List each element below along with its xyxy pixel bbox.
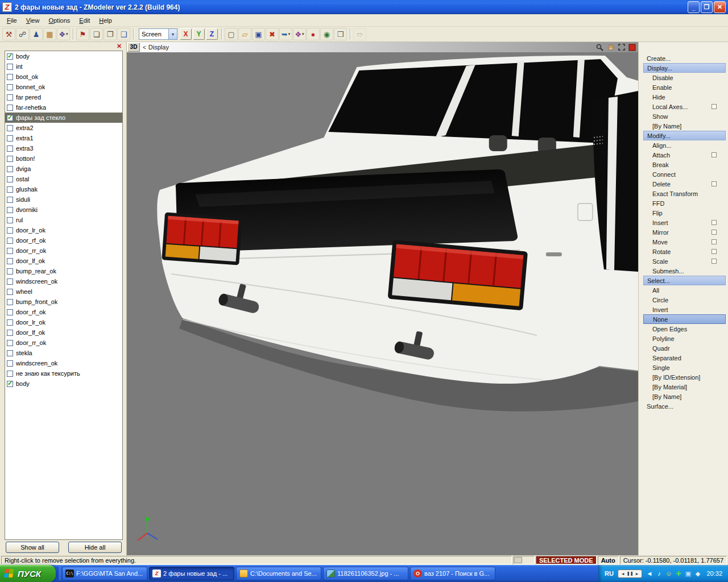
object-visibility-checkbox[interactable] [7, 238, 13, 244]
manipulator-icon[interactable]: ♟ ▾ [30, 28, 43, 40]
language-indicator[interactable]: RU [605, 570, 614, 577]
object-visibility-checkbox[interactable] [7, 258, 13, 264]
object-visibility-checkbox[interactable] [7, 125, 13, 131]
taskbar-task[interactable]: C:\Documents and Se... [236, 567, 321, 580]
clock[interactable]: 20:32 [706, 570, 722, 577]
delete-icon[interactable]: ✖ ▾ [266, 28, 279, 40]
command-item[interactable]: Attach [643, 150, 726, 160]
axis-z-button[interactable]: Z [206, 28, 218, 40]
player-pause-button[interactable]: ❚❚ [627, 571, 634, 576]
antivirus-icon[interactable]: ✚ [674, 569, 682, 578]
menu-item[interactable]: File [2, 15, 22, 26]
axis-y-button[interactable]: Y [193, 28, 205, 40]
slider-thumb[interactable] [514, 557, 522, 563]
close-button[interactable]: ✕ [714, 1, 726, 13]
taskbar-task[interactable]: F:\GGG\MTA San And... [62, 567, 147, 580]
command-item[interactable]: Single [643, 363, 726, 372]
object-visibility-checkbox[interactable] [7, 381, 13, 387]
taskbar-task[interactable]: 2 фары новые зад - ... [149, 567, 234, 580]
object-list-item[interactable]: windscreen_ok [5, 276, 122, 286]
object-visibility-checkbox[interactable] [7, 268, 13, 275]
command-item[interactable]: Polyline [643, 334, 726, 343]
object-visibility-checkbox[interactable] [7, 227, 13, 234]
object-list-item[interactable]: не знаю как тексурить [5, 368, 122, 379]
object-visibility-checkbox[interactable] [7, 146, 13, 152]
object-list-item[interactable]: far-rehetka [5, 102, 122, 113]
object-visibility-checkbox[interactable] [7, 135, 13, 142]
status-slider[interactable] [513, 556, 535, 564]
command-item[interactable]: Display... [643, 63, 726, 73]
screen-select[interactable]: Screen ▼ [139, 28, 177, 40]
command-item[interactable]: Enable [643, 82, 726, 92]
object-visibility-checkbox[interactable] [7, 278, 13, 285]
command-item[interactable]: [By Name] [643, 392, 726, 401]
object-visibility-checkbox[interactable] [7, 360, 13, 367]
command-checkbox[interactable] [712, 152, 717, 157]
object-list-item[interactable]: wheel [5, 286, 122, 297]
object-list-item[interactable]: stekla [5, 348, 122, 358]
player-next-button[interactable]: ► [635, 572, 639, 576]
split-view-icon[interactable]: ❐ ▾ [104, 28, 117, 40]
object-visibility-checkbox[interactable] [7, 197, 13, 203]
object-visibility-checkbox[interactable] [7, 299, 13, 305]
model-3d-canvas[interactable] [127, 52, 638, 555]
object-list-item[interactable]: bonnet_ok [5, 82, 122, 92]
command-checkbox[interactable] [712, 104, 717, 109]
object-list-item[interactable]: botton! [5, 153, 122, 164]
object-list-item[interactable]: int [5, 61, 122, 72]
object-visibility-checkbox[interactable] [7, 74, 13, 80]
object-visibility-checkbox[interactable] [7, 248, 13, 254]
view-mode-button[interactable]: 3D [127, 43, 140, 52]
command-item[interactable]: [By Material] [643, 382, 726, 392]
tray-app-icon[interactable]: ◆ [693, 569, 702, 578]
object-visibility-checkbox[interactable] [7, 371, 13, 377]
command-item[interactable]: Invert [643, 305, 726, 314]
command-item[interactable]: FFD [643, 198, 726, 208]
maximize-button[interactable]: ❐ [701, 1, 713, 13]
command-item[interactable]: Connect [643, 169, 726, 179]
object-visibility-checkbox[interactable] [7, 115, 13, 121]
object-list-item[interactable]: extra1 [5, 133, 122, 143]
command-checkbox[interactable] [712, 230, 717, 235]
save-file-icon[interactable]: ▣ ▾ [252, 28, 265, 40]
object-visibility-checkbox[interactable] [7, 217, 13, 223]
hide-all-button[interactable]: Hide all [68, 542, 122, 553]
object-visibility-checkbox[interactable] [7, 156, 13, 162]
command-item[interactable]: Scale [643, 256, 726, 266]
object-visibility-checkbox[interactable] [7, 84, 13, 90]
command-checkbox[interactable] [712, 220, 717, 225]
object-list-item[interactable]: door_rf_ok [5, 307, 122, 317]
command-item[interactable]: [By Name] [643, 121, 726, 131]
pliers-tool-icon[interactable]: ⚒ ▾ [2, 28, 15, 40]
command-item[interactable]: Separated [643, 353, 726, 363]
object-visibility-checkbox[interactable] [7, 350, 13, 356]
command-item[interactable]: [By ID/Extension] [643, 372, 726, 382]
hidden-icons-chevron-icon[interactable]: ◄ [645, 569, 653, 578]
command-item[interactable]: All [643, 285, 726, 295]
command-item[interactable]: Create... [643, 53, 726, 63]
object-visibility-checkbox[interactable] [7, 176, 13, 182]
network-icon[interactable]: ▣ [684, 569, 692, 578]
volume-icon[interactable]: ♪ [655, 569, 663, 578]
open-file-icon[interactable]: ▱ ▾ [238, 28, 251, 40]
command-item[interactable]: Move [643, 237, 726, 247]
command-item[interactable]: Flip [643, 208, 726, 218]
object-list-item[interactable]: door_rr_ok [5, 246, 122, 256]
close-panel-icon[interactable]: ✕ [115, 43, 123, 50]
object-list-item[interactable]: siduli [5, 194, 122, 205]
single-view-icon[interactable]: ❏ ▾ [90, 28, 103, 40]
object-visibility-checkbox[interactable] [7, 53, 13, 60]
object-list-item[interactable]: extra2 [5, 123, 122, 133]
object-list-item[interactable]: door_lr_ok [5, 317, 122, 327]
object-list-item[interactable]: door_lf_ok [5, 327, 122, 338]
object-list-item[interactable]: door_lf_ok [5, 256, 122, 266]
command-item[interactable]: Break [643, 160, 726, 169]
menu-item[interactable]: View [22, 15, 44, 26]
menu-item[interactable]: Help [94, 15, 117, 26]
object-visibility-checkbox[interactable] [7, 105, 13, 111]
object-visibility-checkbox[interactable] [7, 207, 13, 213]
object-list-item[interactable]: фары зад стекло [5, 113, 122, 123]
object-list-item[interactable]: boot_ok [5, 72, 122, 82]
close-view-icon[interactable] [627, 43, 637, 52]
command-item[interactable]: Show [643, 111, 726, 121]
